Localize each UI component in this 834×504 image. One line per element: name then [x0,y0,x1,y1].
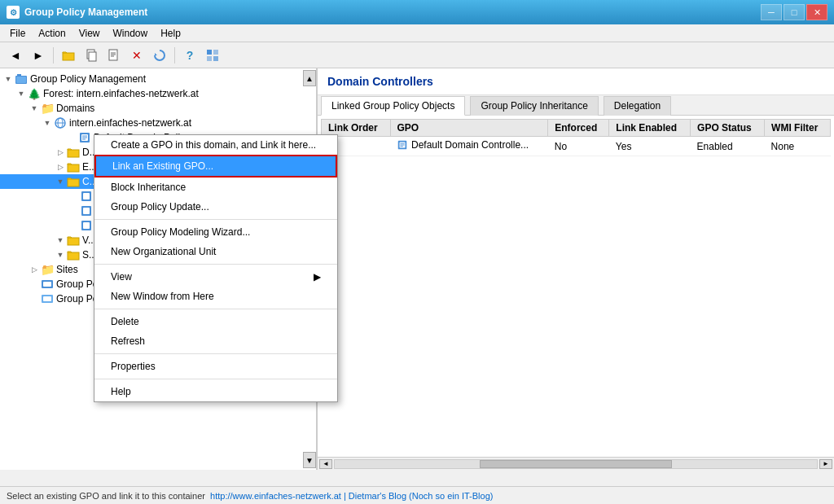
forest-label: Forest: intern.einfaches-netzwerk.at [43,88,199,99]
svg-rect-32 [68,238,79,245]
svg-rect-11 [213,56,218,61]
ctx-new-window[interactable]: New Window from Here [94,287,337,306]
tree-item-domains[interactable]: ▼ 📁 Domains [0,101,316,116]
scroll-up-btn[interactable]: ▲ [303,70,316,86]
svg-rect-37 [43,296,51,301]
expand-root[interactable]: ▼ [2,72,15,85]
forest-icon: 🌲 [28,87,41,100]
scrollbar-thumb[interactable] [480,460,673,468]
title-bar-left: ⚙ Group Policy Management [7,6,147,19]
svg-rect-14 [16,77,26,83]
expand-forest[interactable]: ▼ [15,87,28,100]
ctx-properties[interactable]: Properties [94,357,337,376]
minimize-button[interactable]: ─ [761,4,782,20]
ou-e-icon [67,160,80,173]
expand-v[interactable]: ▼ [54,234,67,247]
scroll-right-btn[interactable]: ► [819,459,832,469]
refresh-button[interactable] [149,46,170,65]
expand-c[interactable]: ▼ [54,175,67,188]
delete-button[interactable]: ✕ [126,46,147,65]
close-button[interactable]: ✕ [806,4,827,20]
ctx-new-ou[interactable]: New Organizational Unit [94,242,337,261]
tab-delegation[interactable]: Delegation [604,96,671,116]
ctx-gp-modeling[interactable]: Group Policy Modeling Wizard... [94,222,337,242]
svg-rect-29 [83,208,90,214]
cell-link-enabled: Yes [609,137,691,156]
ou-c-icon [67,175,80,188]
ou-v-icon [67,234,80,247]
help-button[interactable]: ? [179,46,200,65]
svg-rect-24 [68,164,79,172]
ctx-sep-3 [94,309,337,309]
gpr-icon [41,292,54,305]
svg-rect-9 [213,50,218,55]
expand-sites[interactable]: ▷ [28,263,41,276]
export-button[interactable] [202,46,223,65]
xpsslfу-icon [80,219,93,232]
copy-button[interactable] [81,46,102,65]
menu-action[interactable]: Action [32,26,72,41]
domain-icon [54,116,67,129]
ctx-gp-update[interactable]: Group Policy Update... [94,197,337,217]
ctx-sep-1 [94,219,337,220]
new-button[interactable] [103,46,125,65]
scroll-left-btn[interactable]: ◄ [319,459,332,469]
scroll-down-btn[interactable]: ▼ [303,452,316,468]
status-bar: Select an existing GPO and link it to th… [0,486,834,504]
menu-window[interactable]: Window [107,26,155,41]
gpo-table: Link Order GPO Enforced Link Enabled GPO… [321,119,831,156]
expand-d[interactable]: ▷ [54,146,67,159]
svg-rect-35 [43,282,51,287]
status-link[interactable]: http://www.einfaches-netzwerk.at | Dietm… [210,491,493,501]
svg-rect-25 [68,179,79,186]
root-label: Group Policy Management [30,73,146,85]
svg-rect-2 [89,52,96,61]
forward-button[interactable]: ► [28,46,49,65]
tab-linked-gpo[interactable]: Linked Group Policy Objects [321,96,465,116]
svg-rect-23 [68,150,79,157]
domains-label: Domains [56,103,94,114]
h-scrollbar: ◄ ► [318,457,834,470]
expand-e[interactable]: ▷ [54,160,67,173]
ctx-block-inheritance[interactable]: Block Inheritance [94,177,337,197]
expand-s[interactable]: ▼ [54,248,67,261]
col-wmi-filter: WMI Filter [765,120,831,137]
menu-view[interactable]: View [72,26,107,41]
menu-file[interactable]: File [3,26,32,41]
cell-gpo: Default Domain Controlle... [390,137,548,156]
svg-rect-10 [207,56,212,61]
table-row[interactable]: 1 Default Domain Controlle... No Yes Ena… [322,137,831,156]
toolbar: ◄ ► ✕ ? [0,42,834,68]
folder-button[interactable] [58,46,79,65]
app-icon: ⚙ [7,6,20,19]
menu-help[interactable]: Help [154,26,187,41]
gpo-icon [78,131,91,144]
status-text: Select an existing GPO and link it to th… [7,491,205,501]
ou-d-icon [67,146,80,159]
ctx-link-existing-gpo[interactable]: Link an Existing GPO... [94,155,337,177]
right-panel: Domain Controllers Linked Group Policy O… [318,68,834,470]
gpm-icon [41,278,54,291]
ctx-refresh[interactable]: Refresh [94,331,337,351]
menu-bar: File Action View Window Help [0,24,834,42]
table-header-row: Link Order GPO Enforced Link Enabled GPO… [322,120,831,137]
title-bar: ⚙ Group Policy Management ─ □ ✕ [0,0,834,24]
tab-gp-inheritance[interactable]: Group Policy Inheritance [470,96,598,116]
tree-item-root[interactable]: ▼ Group Policy Management [0,72,316,86]
window-title: Group Policy Management [24,7,147,18]
expand-domains[interactable]: ▼ [28,102,41,115]
tree-item-forest[interactable]: ▼ 🌲 Forest: intern.einfaches-netzwerk.at [0,86,316,101]
submenu-arrow: ▶ [314,271,321,283]
ctx-help[interactable]: Help [94,382,337,401]
ctx-create-gpo[interactable]: Create a GPO in this domain, and Link it… [94,135,337,155]
ctx-view[interactable]: View ▶ [94,267,337,287]
ctx-delete[interactable]: Delete [94,312,337,331]
expand-domain[interactable]: ▼ [41,116,54,129]
tree-item-domain[interactable]: ▼ intern.einfaches-netzwerk.at [0,116,316,130]
back-button[interactable]: ◄ [5,46,26,65]
svg-rect-31 [83,222,90,229]
cell-gpo-status: Enabled [691,137,765,156]
xpsslfc-icon [80,204,93,217]
restore-button[interactable]: □ [784,4,805,20]
toolbar-sep-2 [174,47,175,64]
